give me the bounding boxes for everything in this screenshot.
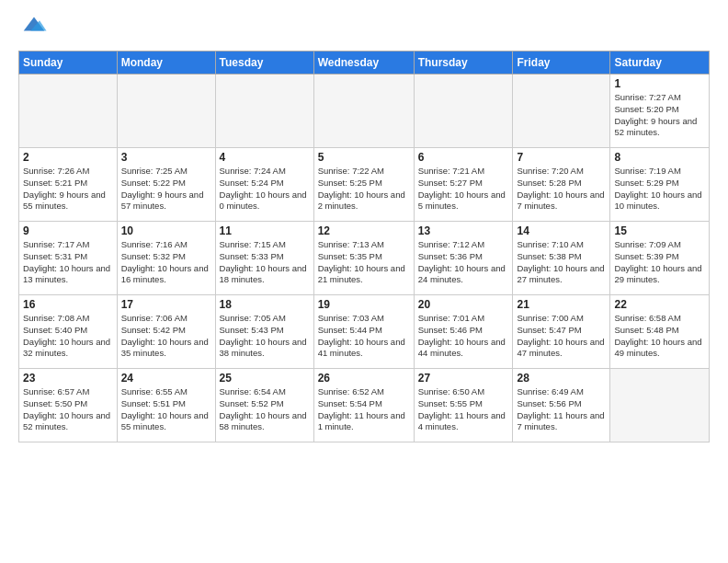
calendar-week-5: 23Sunrise: 6:57 AM Sunset: 5:50 PM Dayli… <box>19 369 710 442</box>
calendar-cell <box>215 75 313 148</box>
day-info: Sunrise: 7:20 AM Sunset: 5:28 PM Dayligh… <box>517 166 606 213</box>
day-info: Sunrise: 6:49 AM Sunset: 5:56 PM Dayligh… <box>517 386 606 433</box>
day-info: Sunrise: 7:16 AM Sunset: 5:32 PM Dayligh… <box>121 239 211 286</box>
calendar-week-2: 2Sunrise: 7:26 AM Sunset: 5:21 PM Daylig… <box>19 148 710 222</box>
day-number: 8 <box>614 151 705 164</box>
day-number: 26 <box>318 372 410 385</box>
calendar-cell: 28Sunrise: 6:49 AM Sunset: 5:56 PM Dayli… <box>513 369 610 442</box>
calendar-cell: 17Sunrise: 7:06 AM Sunset: 5:42 PM Dayli… <box>117 295 215 369</box>
day-info: Sunrise: 7:06 AM Sunset: 5:42 PM Dayligh… <box>121 313 211 360</box>
day-number: 7 <box>517 151 606 164</box>
calendar-week-1: 1Sunrise: 7:27 AM Sunset: 5:20 PM Daylig… <box>19 75 710 148</box>
day-info: Sunrise: 7:10 AM Sunset: 5:38 PM Dayligh… <box>517 239 606 286</box>
day-number: 23 <box>23 372 113 385</box>
day-info: Sunrise: 7:21 AM Sunset: 5:27 PM Dayligh… <box>418 166 509 213</box>
day-number: 12 <box>318 224 410 237</box>
calendar-cell: 24Sunrise: 6:55 AM Sunset: 5:51 PM Dayli… <box>117 369 215 442</box>
calendar-cell <box>414 75 513 148</box>
calendar-cell: 16Sunrise: 7:08 AM Sunset: 5:40 PM Dayli… <box>19 295 118 369</box>
day-info: Sunrise: 7:25 AM Sunset: 5:22 PM Dayligh… <box>121 166 211 213</box>
day-info: Sunrise: 7:09 AM Sunset: 5:39 PM Dayligh… <box>614 239 705 286</box>
day-number: 19 <box>318 298 410 311</box>
calendar-cell: 23Sunrise: 6:57 AM Sunset: 5:50 PM Dayli… <box>19 369 118 442</box>
day-number: 20 <box>418 298 509 311</box>
calendar-cell: 5Sunrise: 7:22 AM Sunset: 5:25 PM Daylig… <box>313 148 414 222</box>
day-number: 25 <box>220 372 310 385</box>
calendar-cell: 11Sunrise: 7:15 AM Sunset: 5:33 PM Dayli… <box>215 222 313 295</box>
calendar-cell: 15Sunrise: 7:09 AM Sunset: 5:39 PM Dayli… <box>610 222 710 295</box>
calendar-week-3: 9Sunrise: 7:17 AM Sunset: 5:31 PM Daylig… <box>19 222 710 295</box>
day-info: Sunrise: 7:01 AM Sunset: 5:46 PM Dayligh… <box>418 313 509 360</box>
day-number: 13 <box>418 224 509 237</box>
calendar-header-sunday: Sunday <box>19 52 118 75</box>
day-number: 5 <box>318 151 410 164</box>
day-number: 9 <box>23 224 113 237</box>
logo <box>18 15 48 41</box>
calendar-cell: 6Sunrise: 7:21 AM Sunset: 5:27 PM Daylig… <box>414 148 513 222</box>
day-info: Sunrise: 7:12 AM Sunset: 5:36 PM Dayligh… <box>418 239 509 286</box>
day-number: 18 <box>220 298 310 311</box>
calendar-cell: 10Sunrise: 7:16 AM Sunset: 5:32 PM Dayli… <box>117 222 215 295</box>
calendar-cell: 25Sunrise: 6:54 AM Sunset: 5:52 PM Dayli… <box>215 369 313 442</box>
calendar-cell: 13Sunrise: 7:12 AM Sunset: 5:36 PM Dayli… <box>414 222 513 295</box>
day-info: Sunrise: 7:26 AM Sunset: 5:21 PM Dayligh… <box>23 166 113 213</box>
day-number: 1 <box>614 77 705 90</box>
day-info: Sunrise: 7:03 AM Sunset: 5:44 PM Dayligh… <box>318 313 410 360</box>
day-number: 24 <box>121 372 211 385</box>
calendar-cell: 8Sunrise: 7:19 AM Sunset: 5:29 PM Daylig… <box>610 148 710 222</box>
day-number: 2 <box>23 151 113 164</box>
day-info: Sunrise: 6:52 AM Sunset: 5:54 PM Dayligh… <box>318 386 410 433</box>
day-number: 6 <box>418 151 509 164</box>
day-number: 21 <box>517 298 606 311</box>
day-number: 3 <box>121 151 211 164</box>
day-info: Sunrise: 7:08 AM Sunset: 5:40 PM Dayligh… <box>23 313 113 360</box>
calendar-header-thursday: Thursday <box>414 52 513 75</box>
day-info: Sunrise: 7:24 AM Sunset: 5:24 PM Dayligh… <box>220 166 310 213</box>
calendar-header-saturday: Saturday <box>610 52 710 75</box>
calendar-header-friday: Friday <box>513 52 610 75</box>
day-info: Sunrise: 6:54 AM Sunset: 5:52 PM Dayligh… <box>220 386 310 433</box>
day-info: Sunrise: 6:50 AM Sunset: 5:55 PM Dayligh… <box>418 386 509 433</box>
calendar-cell: 26Sunrise: 6:52 AM Sunset: 5:54 PM Dayli… <box>313 369 414 442</box>
day-info: Sunrise: 6:57 AM Sunset: 5:50 PM Dayligh… <box>23 386 113 433</box>
calendar-cell: 12Sunrise: 7:13 AM Sunset: 5:35 PM Dayli… <box>313 222 414 295</box>
day-number: 15 <box>614 224 705 237</box>
calendar-cell: 2Sunrise: 7:26 AM Sunset: 5:21 PM Daylig… <box>19 148 118 222</box>
calendar-cell <box>313 75 414 148</box>
calendar-cell: 4Sunrise: 7:24 AM Sunset: 5:24 PM Daylig… <box>215 148 313 222</box>
logo-icon <box>20 10 48 38</box>
header <box>18 15 710 41</box>
day-number: 14 <box>517 224 606 237</box>
calendar-cell: 20Sunrise: 7:01 AM Sunset: 5:46 PM Dayli… <box>414 295 513 369</box>
day-info: Sunrise: 7:17 AM Sunset: 5:31 PM Dayligh… <box>23 239 113 286</box>
calendar-cell: 19Sunrise: 7:03 AM Sunset: 5:44 PM Dayli… <box>313 295 414 369</box>
calendar-week-4: 16Sunrise: 7:08 AM Sunset: 5:40 PM Dayli… <box>19 295 710 369</box>
day-info: Sunrise: 7:15 AM Sunset: 5:33 PM Dayligh… <box>220 239 310 286</box>
calendar-cell: 18Sunrise: 7:05 AM Sunset: 5:43 PM Dayli… <box>215 295 313 369</box>
day-info: Sunrise: 7:19 AM Sunset: 5:29 PM Dayligh… <box>614 166 705 213</box>
calendar-cell: 3Sunrise: 7:25 AM Sunset: 5:22 PM Daylig… <box>117 148 215 222</box>
day-info: Sunrise: 6:58 AM Sunset: 5:48 PM Dayligh… <box>614 313 705 360</box>
day-number: 27 <box>418 372 509 385</box>
day-info: Sunrise: 6:55 AM Sunset: 5:51 PM Dayligh… <box>121 386 211 433</box>
day-number: 11 <box>220 224 310 237</box>
calendar-cell: 9Sunrise: 7:17 AM Sunset: 5:31 PM Daylig… <box>19 222 118 295</box>
calendar-header-tuesday: Tuesday <box>215 52 313 75</box>
page: SundayMondayTuesdayWednesdayThursdayFrid… <box>0 0 728 452</box>
day-number: 10 <box>121 224 211 237</box>
day-number: 4 <box>220 151 310 164</box>
calendar-table: SundayMondayTuesdayWednesdayThursdayFrid… <box>18 51 710 442</box>
calendar-cell <box>610 369 710 442</box>
calendar-cell: 21Sunrise: 7:00 AM Sunset: 5:47 PM Dayli… <box>513 295 610 369</box>
day-number: 16 <box>23 298 113 311</box>
calendar-header-row: SundayMondayTuesdayWednesdayThursdayFrid… <box>19 52 710 75</box>
calendar-header-monday: Monday <box>117 52 215 75</box>
day-info: Sunrise: 7:27 AM Sunset: 5:20 PM Dayligh… <box>614 92 705 139</box>
calendar-cell: 27Sunrise: 6:50 AM Sunset: 5:55 PM Dayli… <box>414 369 513 442</box>
calendar-header-wednesday: Wednesday <box>313 52 414 75</box>
day-number: 28 <box>517 372 606 385</box>
calendar-cell: 14Sunrise: 7:10 AM Sunset: 5:38 PM Dayli… <box>513 222 610 295</box>
day-info: Sunrise: 7:05 AM Sunset: 5:43 PM Dayligh… <box>220 313 310 360</box>
calendar-cell: 22Sunrise: 6:58 AM Sunset: 5:48 PM Dayli… <box>610 295 710 369</box>
calendar-cell: 1Sunrise: 7:27 AM Sunset: 5:20 PM Daylig… <box>610 75 710 148</box>
